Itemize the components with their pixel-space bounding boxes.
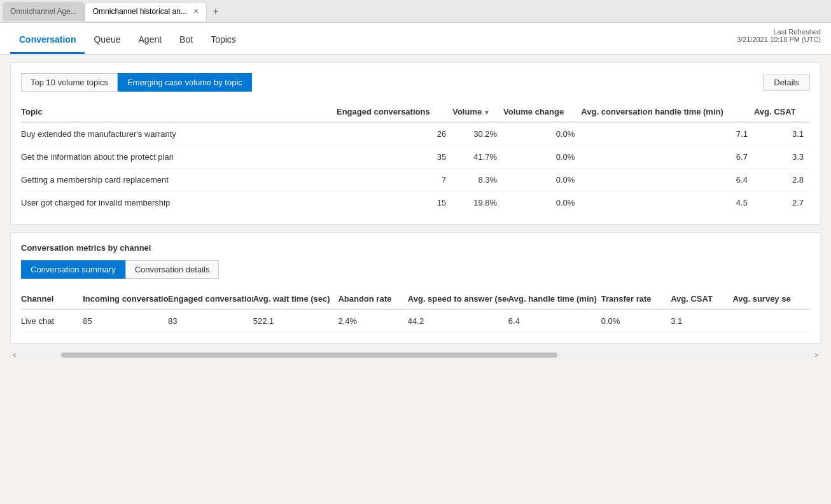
col-header-csat: Avg. CSAT xyxy=(671,289,732,309)
nav-item-conversation[interactable]: Conversation xyxy=(10,27,85,54)
nav-item-queue[interactable]: Queue xyxy=(85,27,129,54)
cell-topic: Get the information about the protect pl… xyxy=(21,146,337,169)
scrollbar-thumb[interactable] xyxy=(61,353,557,358)
cell-avg-speed: 44.2 xyxy=(408,309,508,333)
cell-channel: Live chat xyxy=(21,309,83,333)
col-header-avg-csat: Avg. CSAT xyxy=(754,102,810,122)
col-header-avg-survey: Avg. survey se xyxy=(732,289,810,309)
cell-engaged: 83 xyxy=(168,309,253,333)
scroll-right-arrow[interactable]: > xyxy=(812,352,821,359)
last-refreshed-value: 3/21/2021 10:18 PM (UTC) xyxy=(737,36,821,43)
topics-panel: Top 10 volume topics Emerging case volum… xyxy=(10,62,821,225)
cell-topic: Buy extended the manufacturer's warranty xyxy=(21,122,337,146)
nav-item-topics[interactable]: Topics xyxy=(202,27,245,54)
cell-volume-change: 0.0% xyxy=(503,169,581,192)
cell-transfer: 0.0% xyxy=(601,309,671,333)
browser-tabs-bar: Omnichannel Age... Omnichannel historica… xyxy=(0,0,831,23)
tab-conversation-summary[interactable]: Conversation summary xyxy=(21,260,125,279)
cell-volume: 8.3% xyxy=(452,169,503,192)
cell-volume-change: 0.0% xyxy=(503,192,581,214)
cell-engaged: 35 xyxy=(337,146,452,169)
col-header-topic: Topic xyxy=(21,102,337,122)
nav-item-agent[interactable]: Agent xyxy=(130,27,171,54)
cell-engaged: 15 xyxy=(337,192,452,214)
details-button[interactable]: Details xyxy=(763,74,810,91)
cell-incoming: 85 xyxy=(83,309,168,333)
last-refreshed-label: Last Refreshed xyxy=(737,28,821,36)
metrics-panel: Conversation metrics by channel Conversa… xyxy=(10,232,821,344)
horizontal-scrollbar[interactable]: < > xyxy=(10,351,821,359)
cell-topic: Getting a membership card replacement xyxy=(21,169,337,192)
browser-tab-1-label: Omnichannel Age... xyxy=(10,7,77,16)
col-header-engaged: Engaged conversations xyxy=(337,102,452,122)
nav-bar: Conversation Queue Agent Bot Topics Last… xyxy=(0,23,831,55)
col-header-channel: Channel xyxy=(21,289,83,309)
cell-avg-handle: 6.4 xyxy=(508,309,601,333)
cell-engaged: 26 xyxy=(337,122,452,146)
table-row: Live chat 85 83 522.1 2.4% 44.2 6.4 0.0%… xyxy=(21,309,810,333)
scroll-left-arrow[interactable]: < xyxy=(10,352,19,359)
col-header-avg-speed: Avg. speed to answer (sec) xyxy=(408,289,508,309)
metrics-tab-buttons: Conversation summary Conversation detail… xyxy=(21,260,810,279)
col-header-abandon: Abandon rate xyxy=(338,289,407,309)
channel-table-body: Live chat 85 83 522.1 2.4% 44.2 6.4 0.0%… xyxy=(21,309,810,333)
cell-avg-wait: 522.1 xyxy=(253,309,339,333)
cell-csat: 3.1 xyxy=(671,309,732,333)
plus-icon: + xyxy=(213,6,218,17)
table-row: Getting a membership card replacement 7 … xyxy=(21,169,810,192)
table-row: Get the information about the protect pl… xyxy=(21,146,810,169)
col-header-avg-wait: Avg. wait time (sec) xyxy=(253,289,339,309)
browser-tab-2-label: Omnichannel historical an... xyxy=(93,7,187,16)
browser-tab-2[interactable]: Omnichannel historical an... ✕ xyxy=(85,2,207,21)
cell-avg-handle: 7.1 xyxy=(581,122,754,146)
cell-volume-change: 0.0% xyxy=(503,122,581,146)
col-header-incoming: Incoming conversations xyxy=(83,289,168,309)
tab-emerging-case[interactable]: Emerging case volume by topic xyxy=(118,73,252,92)
col-header-transfer: Transfer rate xyxy=(601,289,671,309)
close-icon[interactable]: ✕ xyxy=(193,8,199,15)
cell-abandon: 2.4% xyxy=(338,309,407,333)
last-refreshed-section: Last Refreshed 3/21/2021 10:18 PM (UTC) xyxy=(737,28,821,43)
cell-volume: 41.7% xyxy=(452,146,503,169)
table-row: Buy extended the manufacturer's warranty… xyxy=(21,122,810,146)
col-header-avg-handle: Avg. conversation handle time (min) xyxy=(581,102,754,122)
cell-engaged: 7 xyxy=(337,169,452,192)
col-header-volume[interactable]: Volume xyxy=(452,102,503,122)
topics-table-body: Buy extended the manufacturer's warranty… xyxy=(21,122,810,214)
topics-panel-inner: Top 10 volume topics Emerging case volum… xyxy=(11,63,820,224)
topics-table-header: Topic Engaged conversations Volume Volum… xyxy=(21,102,810,122)
channel-table-header: Channel Incoming conversations Engaged c… xyxy=(21,289,810,309)
col-header-engaged-conv[interactable]: Engaged conversations xyxy=(168,289,253,309)
cell-avg-csat: 3.1 xyxy=(754,122,810,146)
metrics-section-label: Conversation metrics by channel xyxy=(21,243,810,253)
cell-volume: 19.8% xyxy=(452,192,503,214)
cell-avg-csat: 2.8 xyxy=(754,169,810,192)
cell-avg-handle: 6.7 xyxy=(581,146,754,169)
cell-avg-handle: 6.4 xyxy=(581,169,754,192)
cell-volume-change: 0.0% xyxy=(503,146,581,169)
tab-top10-volume[interactable]: Top 10 volume topics xyxy=(21,73,118,92)
table-row: User got charged for invalid membership … xyxy=(21,192,810,214)
cell-volume: 30.2% xyxy=(452,122,503,146)
topics-tab-buttons: Top 10 volume topics Emerging case volum… xyxy=(21,73,810,92)
col-header-avg-handle-min: Avg. handle time (min) xyxy=(508,289,601,309)
main-content: Top 10 volume topics Emerging case volum… xyxy=(0,55,831,504)
cell-avg-csat: 2.7 xyxy=(754,192,810,214)
col-header-volume-change: Volume change xyxy=(503,102,581,122)
metrics-panel-inner: Conversation metrics by channel Conversa… xyxy=(11,233,820,343)
tab-conversation-details[interactable]: Conversation details xyxy=(125,260,220,279)
channel-table: Channel Incoming conversations Engaged c… xyxy=(21,289,810,333)
nav-item-bot[interactable]: Bot xyxy=(171,27,202,54)
cell-avg-survey xyxy=(732,309,810,333)
cell-topic: User got charged for invalid membership xyxy=(21,192,337,214)
browser-tab-1[interactable]: Omnichannel Age... xyxy=(3,2,85,21)
cell-avg-handle: 4.5 xyxy=(581,192,754,214)
add-tab-button[interactable]: + xyxy=(207,3,225,20)
topics-table: Topic Engaged conversations Volume Volum… xyxy=(21,102,810,214)
cell-avg-csat: 3.3 xyxy=(754,146,810,169)
